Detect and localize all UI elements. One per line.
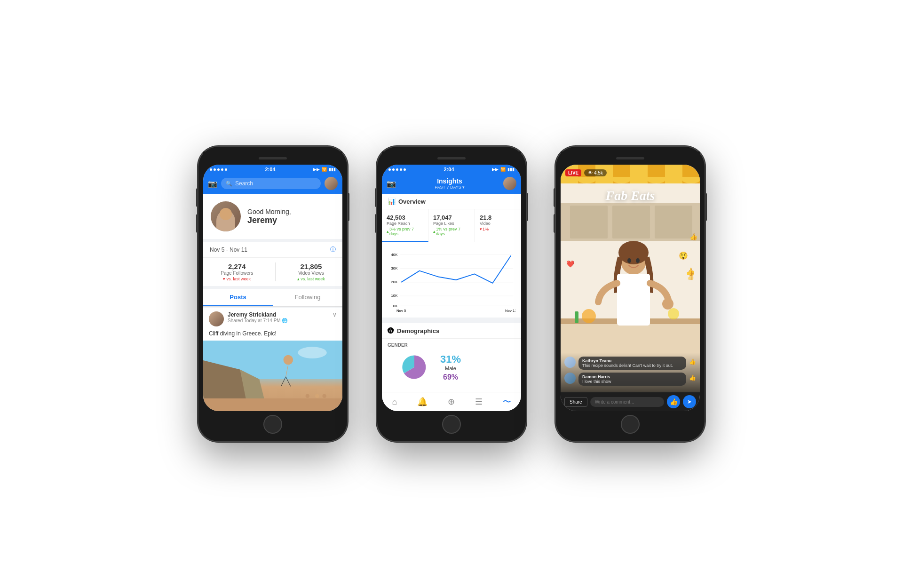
commenter-name-1: Kathryn Teanu	[582, 358, 682, 363]
likes-change: ▴ 1% vs prev 7 days	[433, 227, 470, 236]
awning-bottom	[561, 177, 700, 183]
live-views: 👁 4.5k	[584, 169, 607, 176]
svg-point-10	[323, 394, 326, 398]
greeting-text: Good Morning, Jeremy	[247, 208, 291, 225]
view-count: 4.5k	[594, 170, 603, 175]
svg-rect-3	[203, 398, 342, 411]
chart-wrapper: 40K 30K 20K 10K 0K	[388, 247, 515, 313]
reach-change: ▴ 3% vs prev 7 days	[387, 227, 423, 236]
comment-like-icon-2[interactable]: 👍	[689, 374, 696, 381]
overview-title: Overview	[398, 198, 426, 205]
comment-bubble-1: Kathryn Teanu This recipe sounds delish!…	[578, 357, 686, 370]
home-button-2[interactable]	[442, 415, 461, 434]
phone-notch-2	[382, 151, 521, 165]
send-button[interactable]: ➤	[683, 395, 696, 408]
commenter-name-2: Damon Harris	[582, 374, 682, 379]
svg-point-35	[627, 258, 631, 263]
header-avatar-2[interactable]	[503, 177, 516, 190]
svg-text:10K: 10K	[391, 294, 398, 298]
video-change: ▾ 1%	[480, 227, 516, 231]
comment-avatar-2	[564, 373, 576, 384]
speaker-1	[259, 157, 287, 159]
followers-value: 2,274	[221, 262, 253, 270]
comment-1: Kathryn Teanu This recipe sounds delish!…	[564, 357, 696, 370]
insights-chart: 40K 30K 20K 10K 0K	[388, 247, 515, 313]
live-video-area: LIVE 👁 4.5k Fab Eats	[561, 165, 700, 392]
female-percent: 69%	[440, 373, 461, 381]
reaction-like-2: 👍	[689, 233, 697, 240]
tabs-row: Posts Following	[203, 289, 342, 307]
chart-area: 40K 30K 20K 10K 0K	[382, 242, 521, 320]
nav2-graph-icon[interactable]: 〜	[503, 396, 511, 407]
search-bar[interactable]: 🔍 Search	[221, 178, 321, 189]
like-button[interactable]: 👍	[667, 395, 680, 408]
commenter-text-2: I love this show	[582, 379, 682, 384]
gender-label: GENDER	[388, 342, 515, 348]
male-label: Male	[440, 366, 461, 371]
reach-value: 42,503	[387, 214, 423, 221]
likes-value: 17,047	[433, 214, 470, 221]
send-icon: ➤	[687, 398, 692, 405]
status-icons-1: ▶▶ 🛜 ▮▮▮	[313, 167, 336, 172]
commenter-text-1: This recipe sounds delish! Can't wait to…	[582, 363, 682, 368]
awning	[561, 165, 700, 183]
stats-row: 2,274 Page Followers ▾ vs. last week 21,…	[203, 258, 342, 289]
svg-point-32	[618, 241, 649, 264]
svg-rect-28	[570, 206, 608, 238]
svg-point-11	[298, 347, 327, 358]
tab-posts[interactable]: Posts	[203, 289, 273, 306]
demographics-header: 🅐 Demographics	[382, 320, 521, 339]
metrics-row: 42,503 Page Reach ▴ 3% vs prev 7 days 17…	[382, 209, 521, 242]
phone-screen-3: LIVE 👁 4.5k Fab Eats	[561, 165, 700, 411]
reaction-heart: ❤️	[566, 260, 574, 268]
comment-bubble-2: Damon Harris I love this show	[578, 373, 686, 386]
nav2-bookmark-icon[interactable]: ☰	[475, 397, 483, 407]
overview-header: 📊 Overview	[382, 194, 521, 209]
nav2-plus-icon[interactable]: ⊕	[448, 397, 455, 407]
phone-1: 2:04 ▶▶ 🛜 ▮▮▮ 📷 🔍 Search	[198, 146, 348, 442]
svg-text:0K: 0K	[393, 304, 398, 308]
svg-text:Nov 11: Nov 11	[505, 309, 515, 313]
nav2-home-icon[interactable]: ⌂	[392, 397, 397, 407]
svg-point-4	[284, 355, 293, 365]
video-views-change: ▴ vs. last week	[297, 277, 325, 281]
comment-input[interactable]	[590, 397, 664, 407]
profile-section: Good Morning, Jeremy	[203, 194, 342, 242]
reaction-scared: 😲	[679, 251, 688, 260]
status-bar-2: 2:04 ▶▶ 🛜 ▮▮▮	[382, 165, 521, 174]
svg-text:Nov 5: Nov 5	[396, 309, 406, 313]
demographics-icon: 🅐	[388, 327, 394, 334]
comment-like-icon-1[interactable]: 👍	[689, 358, 696, 365]
tab-following[interactable]: Following	[273, 289, 342, 306]
eye-icon: 👁	[588, 170, 593, 175]
insights-header-center: Insights PAST 7 DAYS ▾	[435, 177, 465, 190]
phone-notch-3	[561, 151, 700, 165]
date-period: Nov 5 - Nov 11	[210, 246, 247, 253]
stat-divider	[275, 262, 276, 281]
post-chevron-icon[interactable]: ∨	[333, 311, 337, 318]
camera-icon[interactable]: 📷	[208, 179, 217, 188]
video-views-change-text: vs. last week	[301, 277, 325, 281]
reach-label: Page Reach	[387, 221, 423, 226]
svg-rect-29	[612, 206, 650, 238]
insights-camera-icon[interactable]: 📷	[387, 179, 396, 188]
header-avatar-1[interactable]	[325, 177, 338, 190]
home-button-1[interactable]	[263, 415, 282, 434]
share-button[interactable]: Share	[564, 397, 587, 407]
comment-avatar-1	[564, 357, 576, 368]
video-views-stat: 21,805 Video Views ▴ vs. last week	[297, 262, 325, 281]
video-views-label: Video Views	[297, 270, 325, 276]
home-button-3[interactable]	[621, 415, 640, 434]
info-icon[interactable]: ⓘ	[330, 246, 336, 254]
profile-avatar	[211, 201, 241, 231]
percent-display: 31% Male 69%	[440, 353, 461, 381]
svg-text:30K: 30K	[391, 266, 398, 270]
metric-page-likes: 17,047 Page Likes ▴ 1% vs prev 7 days	[428, 209, 475, 242]
bottom-nav-2: ⌂ 🔔 ⊕ ☰ 〜	[382, 392, 521, 411]
brand-title: Fab Eats	[561, 188, 700, 203]
svg-point-34	[662, 298, 673, 310]
nav2-bell-icon[interactable]: 🔔	[417, 397, 428, 407]
svg-text:40K: 40K	[391, 253, 398, 257]
status-time-2: 2:04	[444, 167, 454, 172]
phone-2: 2:04 ▶▶ 🛜 ▮▮▮ 📷 Insights PAST 7 DAYS ▾	[376, 146, 527, 442]
